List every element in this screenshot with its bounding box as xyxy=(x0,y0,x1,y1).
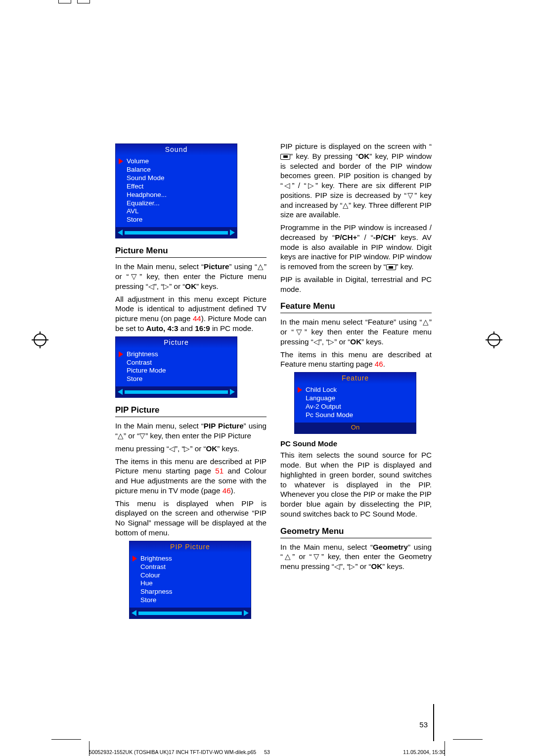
right-arrow-icon xyxy=(230,389,235,395)
pip-key-icon xyxy=(386,264,396,270)
osd-picture-menu: Picture Brightness Contrast Picture Mode… xyxy=(115,336,237,398)
osd-slider-row xyxy=(130,608,251,618)
osd-item: Volume xyxy=(127,157,233,166)
heading-pip-picture: PIP Picture xyxy=(115,405,267,416)
osd-item: Child Lock xyxy=(306,386,412,394)
body-text: Programme in the PIP window is increased… xyxy=(280,223,432,272)
slider-bar xyxy=(138,612,242,615)
heading-rule xyxy=(280,538,432,538)
osd-item: Store xyxy=(140,596,247,605)
osd-item: Effect xyxy=(127,183,233,191)
heading-picture-menu: Picture Menu xyxy=(115,245,267,256)
body-text: The items in this menu are described at … xyxy=(280,350,432,370)
body-text: In the main menu select “Feature” using … xyxy=(280,317,432,346)
slider-bar xyxy=(125,231,228,235)
osd-item: Sharpness xyxy=(140,588,247,596)
text-area: Sound Volume Balance Sound Mode Effect H… xyxy=(115,142,432,624)
osd-slider-row xyxy=(116,227,237,238)
page-number-bar xyxy=(433,704,434,741)
osd-item: Picture Mode xyxy=(127,367,233,375)
osd-value: On xyxy=(351,424,359,432)
body-text: All adjustment in this menu except Pictu… xyxy=(115,294,267,333)
cursor-icon xyxy=(298,387,302,393)
body-text: PIP is available in Digital, terrestrial… xyxy=(280,275,432,294)
cursor-icon xyxy=(119,351,123,357)
body-text: PIP picture is displayed on the screen w… xyxy=(280,142,432,220)
body-text: In the Main menu, select “PIP Picture” u… xyxy=(115,421,267,441)
cursor-icon xyxy=(133,556,137,562)
body-text: menu pressing “◁”, “▷” or “OK” keys. xyxy=(115,444,267,454)
right-arrow-icon xyxy=(230,230,235,236)
osd-item: Brightness xyxy=(127,350,233,359)
osd-item: Contrast xyxy=(127,359,233,367)
osd-value-row: On xyxy=(295,423,416,433)
osd-item: Av-2 Output xyxy=(306,403,412,411)
left-arrow-icon xyxy=(118,230,123,236)
osd-title: Sound xyxy=(116,144,237,155)
osd-feature-menu: Feature Child Lock Language Av-2 Output … xyxy=(294,372,416,434)
osd-sound-menu: Sound Volume Balance Sound Mode Effect H… xyxy=(115,143,237,238)
osd-item: AVL xyxy=(127,207,233,216)
osd-item: Contrast xyxy=(140,563,247,571)
right-arrow-icon xyxy=(244,610,249,616)
edge-tab xyxy=(77,0,90,3)
page-number: 53 xyxy=(419,720,428,729)
osd-item: Balance xyxy=(127,166,233,174)
osd-item: Sound Mode xyxy=(127,174,233,183)
left-arrow-icon xyxy=(118,389,123,395)
osd-item: Colour xyxy=(140,571,247,580)
osd-item: Hue xyxy=(140,579,247,588)
osd-item: Language xyxy=(306,394,412,403)
osd-item: Store xyxy=(127,216,233,224)
slider-bar xyxy=(125,390,228,394)
osd-pip-menu: PIP Picture Brightness Contrast Colour H… xyxy=(129,541,251,619)
footer-page: 53 xyxy=(264,749,270,755)
osd-item: Pc Sound Mode xyxy=(306,411,412,420)
crop-mark xyxy=(453,739,483,740)
osd-item: Equalizer... xyxy=(127,199,233,208)
body-text: The items in this menu are described at … xyxy=(115,457,267,496)
top-edge-marks xyxy=(0,0,534,5)
heading-rule xyxy=(280,313,432,313)
osd-slider-row xyxy=(116,386,237,397)
heading-rule xyxy=(115,417,267,417)
left-column: Sound Volume Balance Sound Mode Effect H… xyxy=(115,142,267,624)
body-text: In the Main menu, select “Picture” using… xyxy=(115,262,267,291)
heading-geometry-menu: Geometry Menu xyxy=(280,526,432,537)
cursor-icon xyxy=(119,158,123,164)
subheading-pc-sound: PC Sound Mode xyxy=(280,439,432,449)
crop-mark xyxy=(51,739,81,740)
registration-mark-icon xyxy=(486,331,502,348)
footer: 50052932-1552UK (TOSHIBA UK)17 INCH TFT-… xyxy=(89,749,445,756)
edge-tab xyxy=(58,0,71,3)
right-column: PIP picture is displayed on the screen w… xyxy=(280,142,432,624)
pip-key-icon xyxy=(280,154,290,160)
body-text: In the Main menu, select “Geometry” usin… xyxy=(280,542,432,571)
osd-item: Brightness xyxy=(140,555,247,563)
osd-title: Picture xyxy=(116,337,237,348)
left-arrow-icon xyxy=(132,610,136,616)
footer-date: 11.05.2004, 15:30 xyxy=(403,749,445,756)
manual-page: Sound Volume Balance Sound Mode Effect H… xyxy=(0,0,534,756)
body-text: This menu is displayed when PIP is displ… xyxy=(115,499,267,538)
osd-title: PIP Picture xyxy=(130,541,251,553)
osd-item: Headphone... xyxy=(127,191,233,199)
body-text: This item selects the sound source for P… xyxy=(280,450,432,519)
heading-feature-menu: Feature Menu xyxy=(280,301,432,312)
footer-filename: 50052932-1552UK (TOSHIBA UK)17 INCH TFT-… xyxy=(89,749,256,756)
osd-title: Feature xyxy=(295,373,416,384)
registration-mark-icon xyxy=(32,331,48,348)
osd-item: Store xyxy=(127,375,233,383)
heading-rule xyxy=(115,257,267,258)
